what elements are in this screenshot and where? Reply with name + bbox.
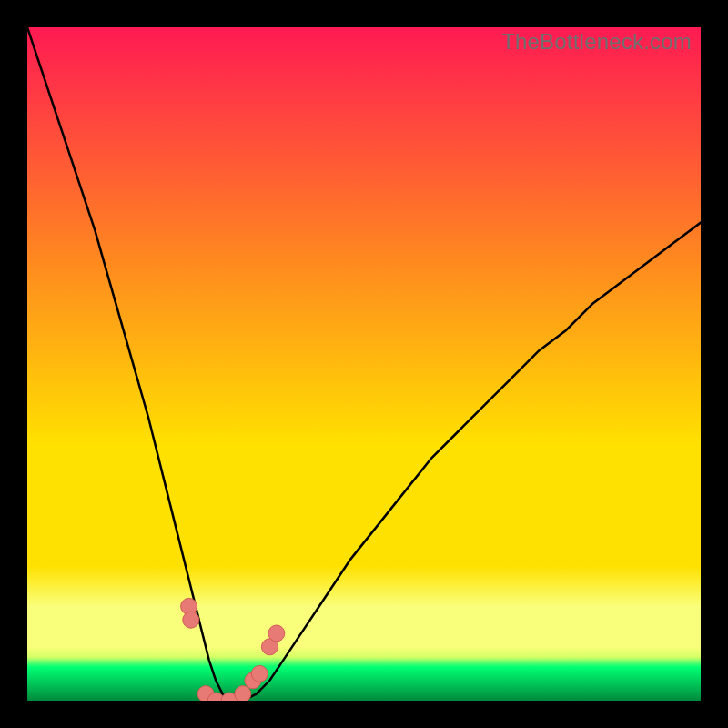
watermark-text: TheBottleneck.com	[501, 29, 692, 55]
marker-dot	[235, 686, 251, 701]
marker-dot	[183, 612, 199, 628]
plot-area: TheBottleneck.com	[27, 27, 701, 701]
marker-dot	[251, 665, 268, 682]
bottleneck-curve-line	[27, 27, 701, 701]
outer-frame: TheBottleneck.com	[0, 0, 728, 728]
bottleneck-chart	[27, 27, 701, 701]
marker-group	[181, 598, 285, 701]
marker-dot	[268, 625, 285, 642]
